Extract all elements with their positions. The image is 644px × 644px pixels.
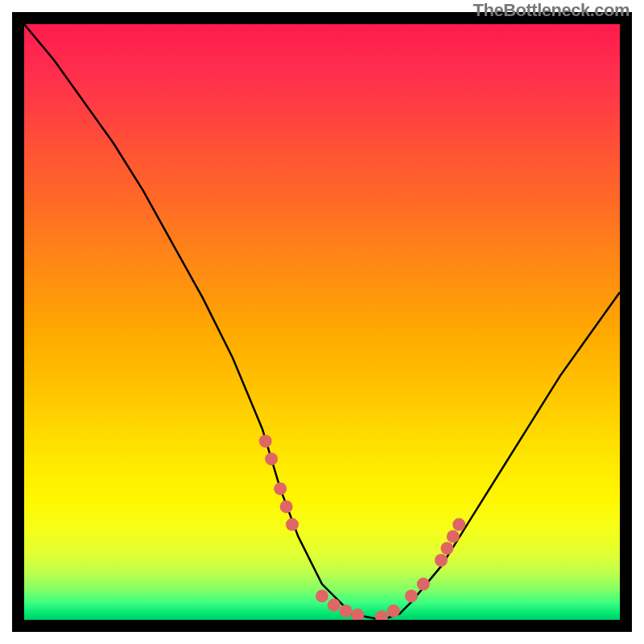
data-point — [340, 605, 353, 617]
data-point — [259, 435, 272, 448]
data-point — [316, 589, 328, 602]
chart-container: TheBottleneck.com — [0, 0, 644, 644]
data-points-group — [259, 435, 466, 620]
data-point — [274, 482, 287, 495]
chart-svg — [24, 24, 620, 620]
data-point — [265, 452, 278, 465]
data-point — [328, 599, 341, 612]
plot-area — [12, 12, 632, 632]
data-point — [435, 554, 448, 567]
data-point — [375, 610, 388, 620]
data-point — [387, 605, 400, 617]
data-point — [417, 578, 430, 591]
data-point — [286, 518, 299, 531]
data-point — [452, 518, 465, 531]
watermark-text: TheBottleneck.com — [473, 0, 630, 21]
data-point — [440, 542, 453, 555]
data-point — [405, 589, 418, 602]
data-point — [280, 500, 293, 513]
main-curve-path — [24, 24, 620, 620]
data-point — [447, 530, 460, 543]
data-point — [351, 609, 364, 620]
